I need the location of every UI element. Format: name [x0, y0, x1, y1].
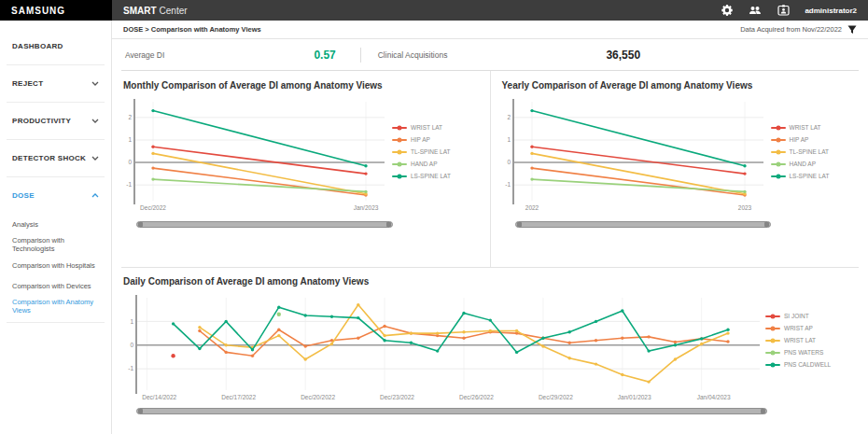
funnel-icon[interactable]	[847, 25, 857, 35]
legend-item[interactable]: LS-SPINE LAT	[392, 173, 478, 179]
legend-line-icon	[771, 127, 786, 129]
legend-line-icon	[765, 352, 780, 354]
legend-item[interactable]: PNS CALDWELL	[765, 361, 854, 368]
legend-item[interactable]: HAND AP	[771, 161, 857, 167]
data-acquired-label: Data Acquired from Nov/22/2022	[740, 25, 842, 34]
legend-label: WRIST AP	[784, 325, 813, 331]
legend-line-icon	[392, 163, 407, 165]
svg-text:1: 1	[507, 136, 511, 143]
svg-text:Jan/04/2023: Jan/04/2023	[697, 394, 731, 400]
smart-center-app: SAMSUNG SMARTCenter administrator2	[0, 0, 868, 434]
chevron-down-icon	[91, 119, 99, 123]
svg-text:0: 0	[128, 159, 132, 165]
sidebar-item-comparison-technologists[interactable]: Comparison with Technologists	[0, 234, 111, 255]
clinical-acquisitions-value: 36,550	[606, 49, 640, 62]
svg-text:Jan/2023: Jan/2023	[354, 204, 379, 211]
app-title-bold: SMART	[123, 6, 157, 16]
svg-text:Dec/2022: Dec/2022	[140, 204, 166, 211]
sidebar-item-comparison-devices[interactable]: Comparison with Devices	[0, 275, 111, 296]
sidebar: DASHBOARD REJECT PRODUCTIVITY DETECTOR S…	[0, 21, 112, 434]
chart-horizontal-scrollbar[interactable]	[136, 408, 767, 414]
legend-line-icon	[765, 364, 780, 366]
daily-chart-panel: Daily Comparison of Average DI among Ana…	[112, 268, 868, 414]
svg-text:Dec/26/2022: Dec/26/2022	[459, 394, 494, 400]
svg-text:Dec/14/2022: Dec/14/2022	[142, 394, 176, 400]
legend-item[interactable]: HIP AP	[392, 136, 478, 143]
app-title-rest: Center	[160, 6, 188, 16]
monthly-chart-legend: WRIST LATHIP APTL-SPINE LATHAND APLS-SPI…	[392, 96, 478, 185]
legend-item[interactable]: SI JOINT	[765, 313, 854, 319]
legend-line-icon	[392, 175, 407, 177]
legend-label: LS-SPINE LAT	[411, 173, 451, 179]
kpi-separator	[360, 48, 361, 63]
svg-text:-1: -1	[505, 181, 511, 188]
header-bar: SMARTCenter administrator2	[112, 0, 868, 21]
svg-text:Dec/23/2022: Dec/23/2022	[380, 394, 414, 400]
sidebar-item-comparison-anatomy-views[interactable]: Comparison with Anatomy Views	[0, 296, 111, 316]
legend-item[interactable]: WRIST LAT	[392, 124, 478, 131]
sidebar-item-dashboard[interactable]: DASHBOARD	[0, 28, 111, 64]
legend-item[interactable]: LS-SPINE LAT	[771, 173, 857, 179]
svg-text:Dec/20/2022: Dec/20/2022	[301, 394, 335, 400]
yearly-chart-title: Yearly Comparison of Average DI among An…	[502, 80, 860, 91]
svg-text:-1: -1	[128, 365, 133, 371]
svg-text:Jan/01/2023: Jan/01/2023	[618, 394, 651, 400]
chart-horizontal-scrollbar[interactable]	[136, 221, 393, 228]
badge-icon[interactable]	[777, 4, 790, 17]
app-title: SMARTCenter	[123, 6, 188, 16]
monthly-chart-panel: Monthly Comparison of Average DI among A…	[112, 71, 490, 267]
sidebar-item-dose[interactable]: DOSE	[0, 177, 111, 214]
users-icon[interactable]	[749, 4, 762, 17]
average-di-value: 0.57	[314, 49, 335, 62]
chevron-down-icon	[91, 156, 99, 161]
chevron-down-icon	[91, 81, 99, 86]
svg-text:2: 2	[507, 114, 511, 120]
sidebar-item-analysis[interactable]: Analysis	[0, 214, 111, 234]
username[interactable]: administrator2	[805, 7, 857, 15]
samsung-logo: SAMSUNG	[0, 0, 112, 21]
legend-line-icon	[765, 315, 780, 317]
legend-item[interactable]: TL-SPINE LAT	[392, 148, 478, 155]
legend-label: HIP AP	[790, 136, 809, 143]
legend-item[interactable]: TL-SPINE LAT	[771, 148, 857, 155]
legend-line-icon	[771, 139, 786, 141]
monthly-chart-title: Monthly Comparison of Average DI among A…	[123, 80, 481, 91]
svg-text:-1: -1	[126, 181, 132, 188]
average-di-label: Average DI	[125, 50, 164, 60]
yearly-line-chart: 210-120222023	[500, 96, 771, 217]
yearly-chart-panel: Yearly Comparison of Average DI among An…	[490, 71, 868, 267]
svg-text:1: 1	[128, 136, 132, 143]
legend-label: WRIST LAT	[790, 124, 821, 131]
yearly-chart-legend: WRIST LATHIP APTL-SPINE LATHAND APLS-SPI…	[771, 96, 857, 185]
sidebar-item-reject[interactable]: REJECT	[0, 65, 111, 102]
legend-line-icon	[771, 151, 786, 153]
svg-text:1: 1	[130, 318, 133, 325]
legend-label: LS-SPINE LAT	[790, 173, 830, 179]
sidebar-item-productivity[interactable]: PRODUCTIVITY	[0, 103, 111, 139]
monthly-line-chart: 210-1Dec/2022Jan/2023	[121, 96, 392, 217]
legend-line-icon	[771, 175, 786, 177]
legend-item[interactable]: HAND AP	[392, 161, 478, 167]
legend-label: TL-SPINE LAT	[790, 148, 830, 155]
legend-item[interactable]: PNS WATERS	[765, 349, 854, 356]
legend-label: SI JOINT	[784, 313, 809, 319]
legend-line-icon	[392, 127, 407, 129]
legend-item[interactable]: WRIST LAT	[771, 124, 857, 131]
sidebar-item-comparison-hospitals[interactable]: Comparison with Hospitals	[0, 255, 111, 275]
sidebar-item-detector-shock[interactable]: DETECTOR SHOCK	[0, 140, 111, 176]
legend-line-icon	[771, 163, 786, 165]
legend-item[interactable]: WRIST LAT	[765, 337, 854, 343]
clinical-acquisitions-label: Clinical Acquisitions	[378, 50, 448, 60]
svg-text:Dec/29/2022: Dec/29/2022	[539, 394, 573, 400]
top-header: SAMSUNG SMARTCenter administrator2	[0, 0, 868, 21]
chart-horizontal-scrollbar[interactable]	[515, 221, 772, 228]
breadcrumb-bar: DOSE > Comparison with Anatomy Views Dat…	[112, 21, 868, 39]
legend-line-icon	[392, 139, 407, 141]
daily-chart-title: Daily Comparison of Average DI among Ana…	[123, 276, 859, 287]
legend-item[interactable]: WRIST AP	[765, 325, 854, 331]
gear-icon[interactable]	[721, 4, 734, 17]
svg-text:2023: 2023	[737, 204, 751, 211]
legend-item[interactable]: HIP AP	[771, 136, 857, 143]
legend-line-icon	[765, 340, 780, 342]
svg-text:0: 0	[130, 342, 133, 348]
